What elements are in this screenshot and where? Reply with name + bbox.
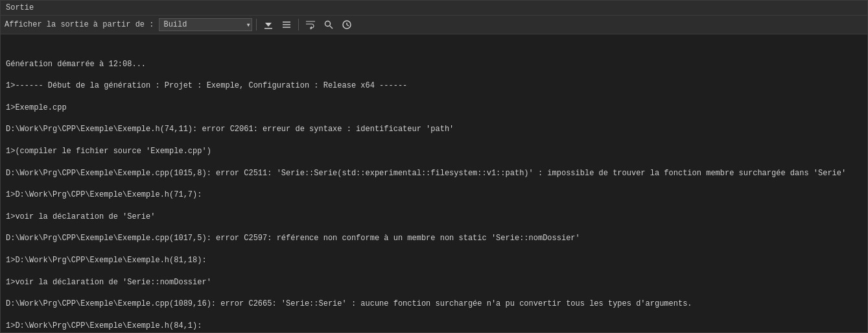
svg-line-6 <box>330 26 333 29</box>
output-line: D:\Work\Prg\CPP\Exemple\Exemple.cpp(1015… <box>6 168 862 179</box>
output-area[interactable]: Génération démarrée à 12:08... 1>------ … <box>1 34 867 332</box>
word-wrap-icon <box>305 19 316 30</box>
toolbar: Afficher la sortie à partir de : BuildDé… <box>1 16 867 34</box>
svg-line-9 <box>347 25 349 26</box>
clock-icon <box>342 19 352 30</box>
output-line: 1>voir la déclaration de 'Serie' <box>6 212 862 223</box>
source-select-wrapper: BuildDébogageCompilateurÉditeur de liens <box>159 18 252 31</box>
output-line: 1>D:\Work\Prg\CPP\Exemple\Exemple.h(81,1… <box>6 255 862 266</box>
output-line: D:\Work\Prg\CPP\Exemple\Exemple.cpp(1017… <box>6 233 862 244</box>
output-line: 1>------ Début de la génération : Projet… <box>6 80 862 92</box>
output-line: 1>Exemple.cpp <box>6 103 862 114</box>
output-window: Sortie Afficher la sortie à partir de : … <box>0 0 868 333</box>
clock-button[interactable] <box>339 18 355 32</box>
output-line: D:\Work\Prg\CPP\Exemple\Exemple.cpp(1089… <box>6 299 862 310</box>
title-bar-label: Sortie <box>6 3 34 12</box>
scroll-end-button[interactable] <box>261 18 276 32</box>
toolbar-sep1 <box>256 19 257 31</box>
toolbar-source-label: Afficher la sortie à partir de : <box>5 20 154 29</box>
output-line: 1>voir la déclaration de 'Serie::nomDoss… <box>6 277 862 288</box>
output-line: 1>D:\Work\Prg\CPP\Exemple\Exemple.h(71,7… <box>6 190 862 201</box>
output-line: D:\Work\Prg\CPP\Exemple\Exemple.h(74,11)… <box>6 124 862 135</box>
output-line: 1>D:\Work\Prg\CPP\Exemple\Exemple.h(84,1… <box>6 321 862 332</box>
svg-rect-0 <box>264 28 272 29</box>
output-line: Génération démarrée à 12:08... <box>6 59 862 70</box>
svg-marker-1 <box>265 23 272 27</box>
output-line: 1>(compiler le fichier source 'Exemple.c… <box>6 146 862 157</box>
find-icon <box>323 19 334 30</box>
title-bar: Sortie <box>1 1 867 16</box>
clear-icon <box>281 19 292 30</box>
word-wrap-button[interactable] <box>303 18 318 32</box>
scroll-end-icon <box>263 19 274 30</box>
svg-point-5 <box>325 21 331 27</box>
clear-button[interactable] <box>279 18 294 32</box>
toolbar-sep2 <box>298 19 299 31</box>
find-button[interactable] <box>321 18 336 32</box>
source-select[interactable]: BuildDébogageCompilateurÉditeur de liens <box>159 18 252 31</box>
